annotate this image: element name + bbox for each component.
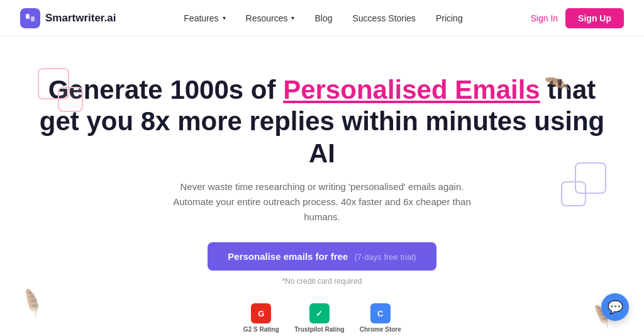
sign-in-button[interactable]: Sign In — [531, 13, 558, 23]
g2-rating: G G2 S Rating ★ ★ ★ ★ ★ 2022 — [243, 303, 279, 336]
hero-title: Generate 1000s of Personalised Emails th… — [25, 74, 619, 169]
chat-icon: 💬 — [608, 300, 623, 315]
nav-resources[interactable]: Resources ▾ — [246, 13, 295, 23]
nav-success-stories[interactable]: Success Stories — [353, 13, 416, 23]
hero-subtitle: Never waste time researching or writing … — [171, 179, 473, 225]
trustpilot-logo: ✓ — [309, 303, 330, 323]
logo[interactable]: Smartwriter.ai — [20, 8, 116, 28]
svg-rect-0 — [26, 14, 30, 19]
chat-button[interactable]: 💬 — [601, 293, 629, 321]
navigation: Smartwriter.ai Features ▾ Resources ▾ Bl… — [0, 0, 644, 36]
trustpilot-rating: ✓ Trustpilot Rating ★ ★ ★ ★ ★ 2022 — [294, 303, 344, 336]
ratings-row: G G2 S Rating ★ ★ ★ ★ ★ 2022 ✓ Trustpilo… — [25, 303, 619, 336]
cta-button[interactable]: Personalise emails for free (7-days free… — [208, 242, 436, 271]
g2-logo: G — [251, 303, 271, 323]
nav-blog[interactable]: Blog — [314, 13, 332, 23]
no-credit-card-note: *No credit card required — [25, 277, 619, 286]
chrome-rating: C Chrome Store ★ ★ ★ ★ ★ 2022 — [360, 303, 401, 336]
nav-actions: Sign In Sign Up — [531, 8, 624, 28]
nav-links: Features ▾ Resources ▾ Blog Success Stor… — [184, 13, 462, 23]
tp-label: Trustpilot Rating — [294, 326, 344, 333]
svg-rect-1 — [31, 16, 35, 21]
logo-icon — [20, 8, 40, 28]
cta-container: Personalise emails for free (7-days free… — [25, 242, 619, 277]
chrome-logo: C — [370, 303, 391, 323]
nav-features[interactable]: Features ▾ — [184, 13, 225, 23]
cs-label: Chrome Store — [360, 326, 401, 333]
sign-up-button[interactable]: Sign Up — [565, 8, 624, 28]
brand-name: Smartwriter.ai — [45, 12, 116, 25]
chevron-down-icon: ▾ — [223, 14, 226, 21]
hero-section: 🪶 🪶 🪶 Generate 1000s of Personalised Ema… — [0, 36, 644, 336]
chevron-down-icon: ▾ — [291, 14, 294, 21]
nav-pricing[interactable]: Pricing — [436, 13, 463, 23]
g2-label: G2 S Rating — [243, 326, 279, 333]
